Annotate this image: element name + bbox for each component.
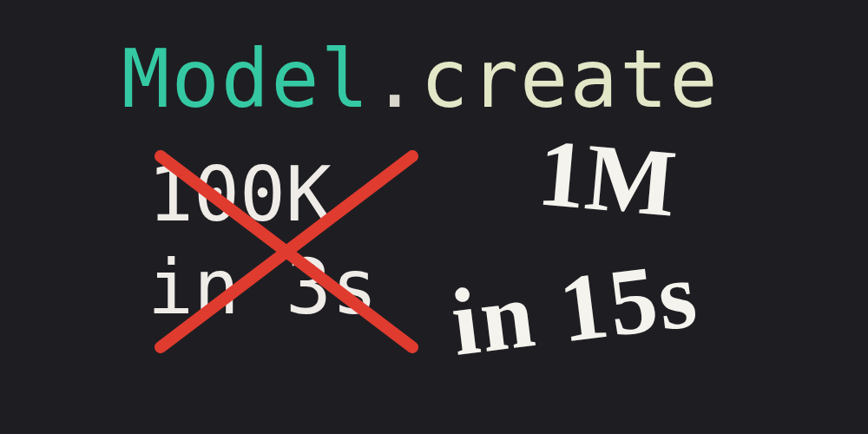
token-method: create xyxy=(420,33,719,126)
old-line-1: 100K xyxy=(148,149,332,239)
old-claim: 100K in 3s xyxy=(148,148,378,334)
new-line-1: 1M xyxy=(535,124,681,231)
token-dot: . xyxy=(371,33,420,126)
token-class: Model xyxy=(122,33,371,126)
old-line-2: in 3s xyxy=(148,242,378,332)
new-line-2: in 15s xyxy=(446,246,702,371)
code-line: Model.create xyxy=(122,33,720,126)
